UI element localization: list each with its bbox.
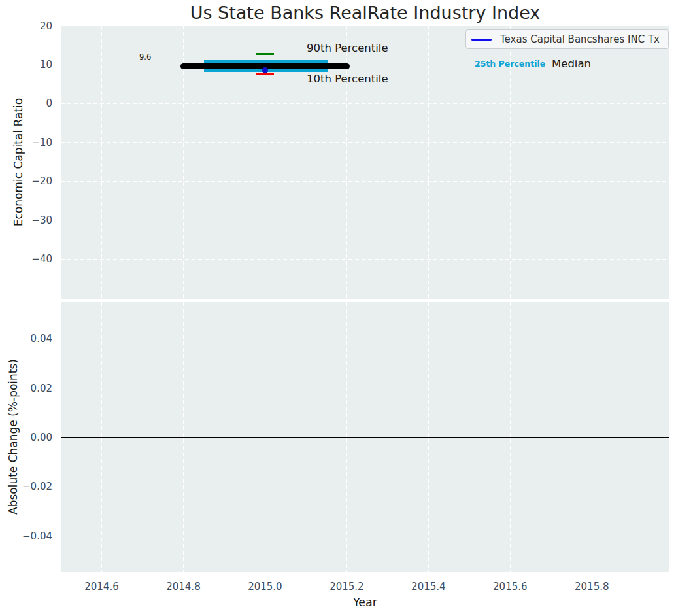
p90-label: 90th Percentile xyxy=(307,42,388,54)
x-tick-label: 2015.0 xyxy=(242,581,288,592)
p90-cap xyxy=(256,53,274,55)
y-tick-label: −0.04 xyxy=(10,530,52,542)
y-gridline xyxy=(61,220,669,220)
y-tick-label: 10 xyxy=(10,59,52,71)
y-gridline xyxy=(61,142,669,143)
chart-figure: Us State Banks RealRate Industry Index E… xyxy=(0,0,676,616)
absolute-change-panel xyxy=(61,302,669,572)
legend-label: Texas Capital Bancshares INC Tx xyxy=(500,33,660,45)
y-gridline xyxy=(61,259,669,260)
y-tick-label: −20 xyxy=(10,175,52,187)
y-tick-label: −30 xyxy=(10,214,52,226)
zero-change-line xyxy=(61,437,669,438)
company-value-dot xyxy=(262,67,268,73)
x-axis-label-year: Year xyxy=(61,596,669,609)
y-gridline xyxy=(61,388,669,388)
chart-title: Us State Banks RealRate Industry Index xyxy=(61,3,669,23)
y-tick-label: −10 xyxy=(10,137,52,148)
p10-label: 10th Percentile xyxy=(307,73,388,85)
y-gridline xyxy=(61,103,669,104)
median-value-label: 9.6 xyxy=(139,53,151,62)
x-tick-label: 2015.6 xyxy=(487,581,533,592)
p25-label: 25th Percentile xyxy=(475,60,545,69)
y-tick-label: −0.02 xyxy=(10,481,52,492)
y-tick-label: 20 xyxy=(10,20,52,32)
y-gridline xyxy=(61,487,669,487)
x-tick-label: 2015.8 xyxy=(569,581,615,592)
y-tick-label: 0.02 xyxy=(10,383,52,394)
x-tick-label: 2015.4 xyxy=(405,581,451,592)
x-tick-label: 2014.6 xyxy=(78,581,124,592)
median-label: Median xyxy=(552,58,591,70)
y-tick-label: −40 xyxy=(10,253,52,265)
y-gridline xyxy=(61,536,669,536)
x-tick-label: 2014.8 xyxy=(160,581,206,592)
y-gridline xyxy=(61,339,669,339)
legend-line-sample xyxy=(471,39,492,41)
y-tick-label: 0 xyxy=(10,97,52,109)
y-axis-label-economic-capital-ratio: Economic Capital Ratio xyxy=(12,98,25,226)
y-gridline xyxy=(61,26,669,26)
y-gridline xyxy=(61,181,669,182)
legend: Texas Capital Bancshares INC Tx xyxy=(465,29,669,49)
x-tick-label: 2015.2 xyxy=(324,581,369,592)
y-tick-label: 0.04 xyxy=(10,333,52,345)
y-tick-label: 0.00 xyxy=(10,432,52,443)
